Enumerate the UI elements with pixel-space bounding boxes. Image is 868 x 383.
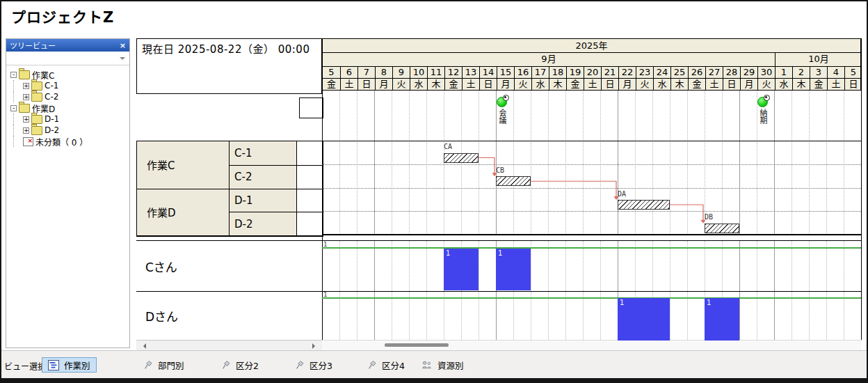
grid-line [531, 241, 531, 340]
grid-line [844, 241, 844, 340]
expand-icon[interactable]: + [23, 127, 29, 134]
day-cell: 6 [340, 67, 357, 78]
grid-line [618, 91, 618, 235]
day-cell: 7 [357, 67, 375, 78]
left-pane-hscrollbar[interactable] [136, 340, 322, 350]
task-row-label[interactable]: D-1 [229, 189, 296, 212]
grid-line [809, 91, 810, 235]
tree-item-作業D[interactable]: -作業D [6, 102, 129, 114]
grid-line [687, 91, 688, 235]
folder-icon [31, 93, 42, 102]
task-group-label[interactable]: 作業C [137, 141, 229, 189]
tree-view-titlebar: ツリービュー × [6, 39, 129, 52]
weekday-cell: 水 [775, 79, 792, 90]
milestone-ring-icon [503, 95, 509, 101]
grid-line [635, 91, 636, 235]
collapse-icon[interactable]: - [10, 72, 17, 78]
day-cell: 19 [566, 67, 584, 78]
resource-row-label[interactable]: Cさん [136, 241, 322, 291]
task-bar-CA[interactable] [444, 153, 479, 163]
grid-line [374, 241, 375, 340]
grid-line [548, 91, 549, 235]
chart-right-border [861, 38, 862, 340]
expand-icon[interactable]: + [23, 116, 29, 123]
close-icon[interactable]: × [120, 42, 126, 49]
view-button-label: 部門別 [158, 359, 184, 372]
tree-item-C-2[interactable]: +C-2 [6, 91, 129, 102]
task-bar-label: CA [444, 143, 452, 151]
pin-icon [295, 360, 305, 370]
day-cell: 25 [670, 67, 688, 78]
day-cell: 22 [618, 67, 636, 78]
tree-item-作業C[interactable]: -作業C [6, 69, 129, 80]
task-bar-DA[interactable] [618, 200, 670, 210]
view-button-部門別[interactable]: 部門別 [138, 357, 190, 373]
expand-icon[interactable]: + [23, 94, 29, 100]
tree-filter-combobox[interactable] [6, 52, 129, 65]
tree-item-C-1[interactable]: +C-1 [6, 80, 129, 91]
tree-item-未分類（ 0 ）[interactable]: 未分類（ 0 ） [6, 136, 129, 147]
task-group-label[interactable]: 作業D [137, 189, 229, 236]
expand-icon[interactable]: + [23, 83, 29, 89]
task-row-label[interactable]: C-1 [229, 141, 296, 165]
task-bar-CB[interactable] [496, 176, 531, 186]
view-button-作業別[interactable]: 作業別 [42, 357, 97, 373]
grid-line [739, 91, 740, 235]
weekday-cell: 月 [497, 79, 514, 90]
task-row-label[interactable]: D-2 [229, 212, 296, 235]
weekday-cell: 水 [410, 79, 427, 90]
day-cell: 11 [427, 67, 444, 78]
tree-item-list: -作業C+C-1+C-2-作業D+D-1+D-2未分類（ 0 ） [6, 65, 129, 147]
folder-icon [31, 81, 42, 91]
view-button-区分4[interactable]: 区分4 [362, 357, 410, 373]
collapse-icon[interactable]: - [10, 105, 17, 111]
day-cell: 12 [444, 67, 462, 78]
day-cell: 2 [792, 67, 810, 78]
tree-item-D-2[interactable]: +D-2 [6, 125, 129, 136]
grid-line [461, 91, 462, 235]
current-date-header: 現在日 2025-08-22（金） 00:00 [136, 38, 322, 94]
grid-line [791, 91, 792, 235]
grid-line [392, 241, 392, 340]
tree-item-label: D-2 [45, 125, 59, 135]
weekday-cell: 金 [444, 79, 462, 90]
scroll-right-icon[interactable] [312, 343, 318, 349]
tree-item-label: D-1 [45, 114, 59, 124]
load-bar[interactable]: 1 [618, 298, 670, 341]
tree-item-label: C-1 [45, 81, 58, 91]
grid-line [774, 241, 775, 340]
load-bar[interactable]: 1 [496, 249, 531, 291]
scroll-left-icon[interactable] [140, 343, 146, 349]
grid-line [548, 241, 549, 340]
load-bar[interactable]: 1 [705, 298, 739, 341]
pin-icon [367, 360, 377, 370]
day-cell: 5 [323, 67, 340, 78]
task-bar-DB[interactable] [705, 224, 739, 233]
weekday-cell: 日 [479, 79, 497, 90]
milestone-ring-icon [764, 95, 770, 101]
tree-item-D-1[interactable]: +D-1 [6, 114, 129, 125]
weekday-cell: 火 [757, 79, 775, 90]
day-cell: 18 [549, 67, 566, 78]
grid-line [757, 241, 757, 340]
view-button-区分3[interactable]: 区分3 [289, 357, 338, 373]
load-bar[interactable]: 1 [444, 249, 479, 291]
day-cell: 10 [410, 67, 427, 78]
resource-row-label[interactable]: Dさん [136, 292, 322, 340]
folder-icon [31, 115, 42, 124]
task-row-label[interactable]: C-2 [229, 165, 296, 189]
day-cell: 5 [844, 67, 862, 78]
row-separator [322, 211, 861, 212]
weekday-cell: 水 [653, 79, 670, 90]
view-button-資源別[interactable]: 資源別 [416, 357, 469, 373]
chart-hscrollbar-thumb[interactable] [385, 343, 449, 347]
grid-line [670, 91, 670, 235]
grid-line [409, 241, 410, 340]
grid-line [339, 241, 340, 340]
view-button-区分2[interactable]: 区分2 [216, 357, 264, 373]
grid-line [739, 241, 740, 340]
tree-view-panel: ツリービュー × -作業C+C-1+C-2-作業D+D-1+D-2未分類（ 0 … [6, 38, 130, 348]
view-button-label: 区分3 [310, 359, 332, 372]
milestone-label: 会議 [497, 109, 506, 124]
grid-line [600, 241, 601, 340]
